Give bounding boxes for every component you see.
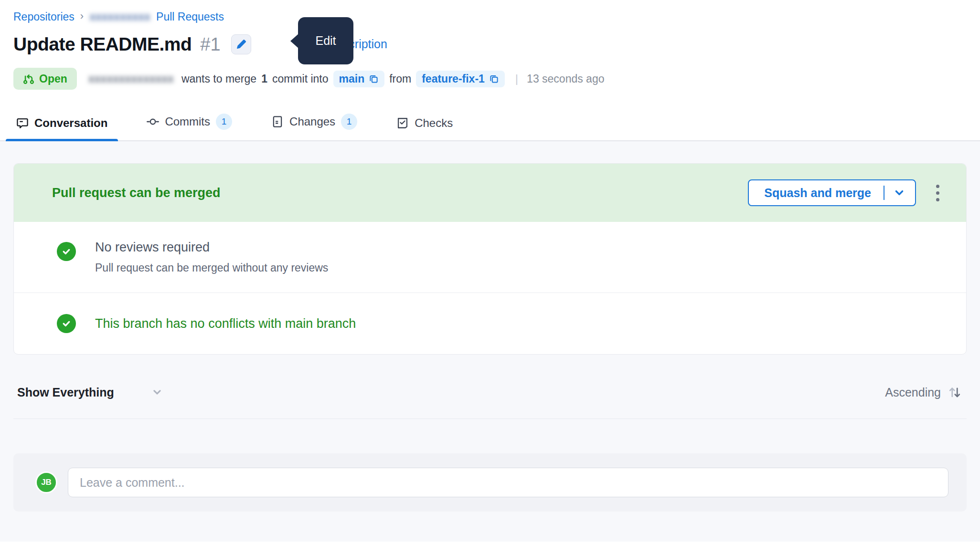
button-divider [884,186,884,200]
edit-title-button[interactable] [231,34,251,54]
author-name-redacted[interactable]: xxxxxxxxxxxxxx [88,73,174,85]
breadcrumb-repositories-link[interactable]: Repositories [13,10,75,23]
breadcrumb-pull-requests-link[interactable]: Pull Requests [156,10,224,23]
check-row-text: No reviews required Pull request can be … [95,240,328,274]
tab-conversation-label: Conversation [34,116,107,130]
sort-arrows-icon [948,385,962,399]
meta-text-after: commit into [272,73,329,85]
file-icon [271,115,284,128]
comment-input[interactable] [68,468,948,497]
copy-icon[interactable] [489,74,499,84]
merge-options-chevron[interactable] [893,187,905,199]
squash-and-merge-label: Squash and merge [764,186,871,200]
status-badge: Open [13,68,77,90]
base-branch-label: main [339,73,365,85]
show-everything-dropdown[interactable]: Show Everything [17,386,164,399]
changes-count-badge: 1 [341,114,357,130]
pr-meta-row: Open xxxxxxxxxxxxxx wants to merge 1 com… [13,68,967,90]
check-circle-icon [57,242,76,261]
pull-request-icon [23,73,34,84]
show-everything-label: Show Everything [17,386,114,399]
squash-and-merge-button[interactable]: Squash and merge [748,179,916,206]
avatar: JB [35,471,57,493]
pr-tabs: Conversation Commits 1 Changes 1 [0,109,980,141]
check-row-conflicts: This branch has no conflicts with main b… [14,293,966,354]
breadcrumb-separator: › [80,10,84,22]
tab-checks[interactable]: Checks [394,112,456,140]
chevron-down-icon [150,386,164,399]
merge-banner-title: Pull request can be merged [52,186,221,200]
commit-count: 1 [261,73,267,85]
edit-tooltip: Edit [298,17,353,64]
comment-composer: JB [13,453,967,512]
pr-timestamp: 13 seconds ago [527,73,604,85]
tab-checks-label: Checks [415,116,453,130]
meta-from-label: from [389,73,411,85]
conversation-panel: Pull request can be merged Squash and me… [0,141,980,542]
commit-icon [147,115,159,128]
sort-order-control[interactable]: Ascending [885,385,962,399]
merge-more-options-button[interactable] [932,181,943,205]
breadcrumb-repo-name-redacted[interactable]: xxxxxxxxxx [89,10,150,23]
checklist-icon [396,117,409,129]
check-circle-icon [57,314,76,333]
check-title: This branch has no conflicts with main b… [95,316,356,331]
head-branch-pill[interactable]: feature-fix-1 [416,71,505,87]
check-subtitle: Pull request can be merged without any r… [95,262,328,274]
head-branch-label: feature-fix-1 [422,73,485,85]
tab-commits[interactable]: Commits 1 [144,109,235,140]
timeline-filter-bar: Show Everything Ascending [13,385,967,419]
tab-changes[interactable]: Changes 1 [268,109,360,140]
merge-banner: Pull request can be merged Squash and me… [14,164,966,222]
tooltip-label: Edit [315,34,336,48]
tooltip-arrow [290,33,299,49]
tab-conversation[interactable]: Conversation [13,112,110,140]
tab-changes-label: Changes [289,115,335,128]
meta-divider: | [515,72,518,85]
base-branch-pill[interactable]: main [333,71,385,87]
commits-count-badge: 1 [216,114,232,130]
pr-title: Update README.md [13,34,192,55]
merge-status-card: Pull request can be merged Squash and me… [13,163,967,355]
pr-title-row: Update README.md #1 Edit description Edi… [13,31,967,57]
page-header: Repositories › xxxxxxxxxx Pull Requests … [0,0,980,90]
merge-actions: Squash and merge [748,179,943,206]
tab-commits-label: Commits [165,115,210,128]
sort-order-label: Ascending [885,386,941,399]
breadcrumb: Repositories › xxxxxxxxxx Pull Requests [13,0,967,25]
check-row-reviews: No reviews required Pull request can be … [14,222,966,293]
pr-number: #1 [200,34,220,55]
comment-icon [16,117,29,129]
status-badge-label: Open [39,73,67,85]
copy-icon[interactable] [369,74,379,84]
pencil-icon [235,39,247,50]
meta-text-before: wants to merge [181,73,256,85]
check-title: No reviews required [95,240,328,255]
